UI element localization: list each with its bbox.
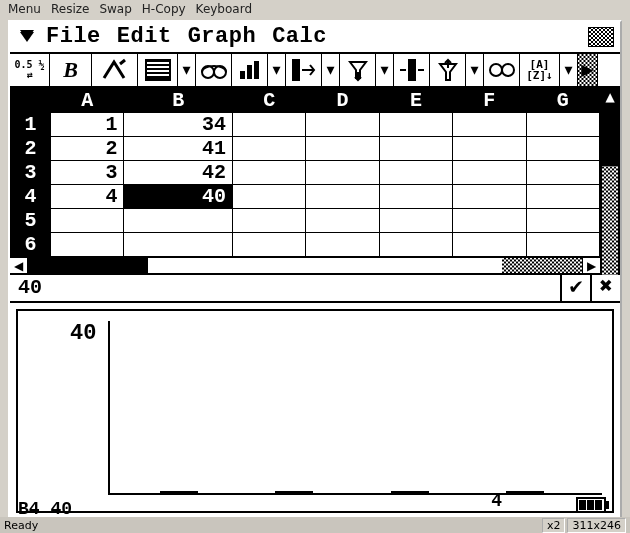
cell[interactable]: [526, 137, 599, 161]
cell[interactable]: [124, 209, 233, 233]
emu-resize[interactable]: Resize: [51, 2, 89, 16]
emu-swap[interactable]: Swap: [99, 2, 131, 16]
col-center-button[interactable]: [394, 54, 430, 86]
cell[interactable]: [306, 209, 379, 233]
cell[interactable]: [379, 161, 452, 185]
svg-rect-6: [147, 74, 169, 76]
cell[interactable]: [51, 233, 124, 257]
emu-menu[interactable]: Menu: [8, 2, 41, 16]
row-header[interactable]: 1: [11, 113, 51, 137]
column-header[interactable]: [11, 89, 51, 113]
cell[interactable]: [306, 185, 379, 209]
cell[interactable]: 42: [124, 161, 233, 185]
cell[interactable]: 2: [51, 137, 124, 161]
cell[interactable]: [232, 233, 305, 257]
cell[interactable]: [379, 137, 452, 161]
vscroll-track[interactable]: [602, 166, 618, 275]
cell[interactable]: [453, 185, 526, 209]
row-header[interactable]: 6: [11, 233, 51, 257]
cell[interactable]: [453, 233, 526, 257]
system-menu-icon[interactable]: [16, 26, 38, 48]
cell[interactable]: [306, 113, 379, 137]
cell[interactable]: [306, 137, 379, 161]
cell[interactable]: [379, 209, 452, 233]
cell[interactable]: [526, 113, 599, 137]
confirm-button[interactable]: ✔: [560, 275, 590, 301]
horizontal-scrollbar[interactable]: ◀ ▶: [10, 257, 600, 275]
cell[interactable]: [306, 161, 379, 185]
row-header[interactable]: 3: [11, 161, 51, 185]
lines-button[interactable]: [138, 54, 178, 86]
vscroll-thumb[interactable]: [602, 106, 618, 166]
cell[interactable]: [306, 233, 379, 257]
cell[interactable]: 4: [51, 185, 124, 209]
scroll-right-icon[interactable]: ▶: [582, 258, 600, 273]
sort-up-button[interactable]: [430, 54, 466, 86]
column-header[interactable]: A: [51, 89, 124, 113]
format-button[interactable]: [92, 54, 138, 86]
scroll-left-icon[interactable]: ◀: [10, 258, 28, 273]
column-header[interactable]: B: [124, 89, 233, 113]
cell[interactable]: [379, 113, 452, 137]
menu-edit[interactable]: Edit: [117, 24, 172, 50]
row-header[interactable]: 4: [11, 185, 51, 209]
dropdown-2[interactable]: ▾: [268, 54, 286, 86]
more-button[interactable]: ▶: [578, 54, 598, 86]
col-left-button[interactable]: [286, 54, 322, 86]
row-header[interactable]: 2: [11, 137, 51, 161]
dropdown-3[interactable]: ▾: [322, 54, 340, 86]
column-header[interactable]: F: [453, 89, 526, 113]
view-button[interactable]: [196, 54, 232, 86]
cancel-button[interactable]: ✖: [590, 275, 620, 301]
cell[interactable]: [453, 161, 526, 185]
menu-graph[interactable]: Graph: [188, 24, 257, 50]
cell[interactable]: [526, 185, 599, 209]
menu-calc[interactable]: Calc: [272, 24, 327, 50]
bar-group: [256, 491, 372, 493]
fraction-toggle-button[interactable]: 0.5 ½⇄: [10, 54, 50, 86]
cell[interactable]: [124, 233, 233, 257]
scroll-up-icon[interactable]: ▲: [602, 88, 618, 106]
sort-down-button[interactable]: [340, 54, 376, 86]
cell[interactable]: [526, 233, 599, 257]
menu-file[interactable]: File: [46, 24, 101, 50]
bold-button[interactable]: B: [50, 54, 92, 86]
column-header[interactable]: C: [232, 89, 305, 113]
dropdown-4[interactable]: ▾: [376, 54, 394, 86]
cell[interactable]: [232, 113, 305, 137]
dropdown-6[interactable]: ▾: [560, 54, 578, 86]
column-header[interactable]: G: [526, 89, 599, 113]
column-header[interactable]: D: [306, 89, 379, 113]
cell[interactable]: 1: [51, 113, 124, 137]
cell[interactable]: [232, 185, 305, 209]
cell-format-button[interactable]: [A][Z]↓: [520, 54, 560, 86]
dropdown-1[interactable]: ▾: [178, 54, 196, 86]
chart-button[interactable]: [232, 54, 268, 86]
cell[interactable]: 40: [124, 185, 233, 209]
emu-hcopy[interactable]: H-Copy: [142, 2, 186, 16]
cell[interactable]: 41: [124, 137, 233, 161]
close-icon[interactable]: [588, 27, 614, 47]
formula-value[interactable]: 40: [10, 275, 560, 301]
cell[interactable]: [51, 209, 124, 233]
cell[interactable]: [232, 209, 305, 233]
column-header[interactable]: E: [379, 89, 452, 113]
cell[interactable]: [379, 233, 452, 257]
vertical-scrollbar[interactable]: ▲: [600, 88, 620, 275]
cell[interactable]: [526, 161, 599, 185]
emu-keyboard[interactable]: Keyboard: [196, 2, 252, 16]
cell[interactable]: [453, 209, 526, 233]
cell[interactable]: [453, 137, 526, 161]
find-button[interactable]: [484, 54, 520, 86]
hscroll-track[interactable]: [28, 258, 582, 273]
cell[interactable]: [379, 185, 452, 209]
cell[interactable]: [453, 113, 526, 137]
cell[interactable]: [526, 209, 599, 233]
spreadsheet-grid[interactable]: ABCDEFG 113422413342444056: [10, 88, 600, 257]
row-header[interactable]: 5: [11, 209, 51, 233]
cell[interactable]: [232, 137, 305, 161]
cell[interactable]: 34: [124, 113, 233, 137]
cell[interactable]: [232, 161, 305, 185]
dropdown-5[interactable]: ▾: [466, 54, 484, 86]
cell[interactable]: 3: [51, 161, 124, 185]
